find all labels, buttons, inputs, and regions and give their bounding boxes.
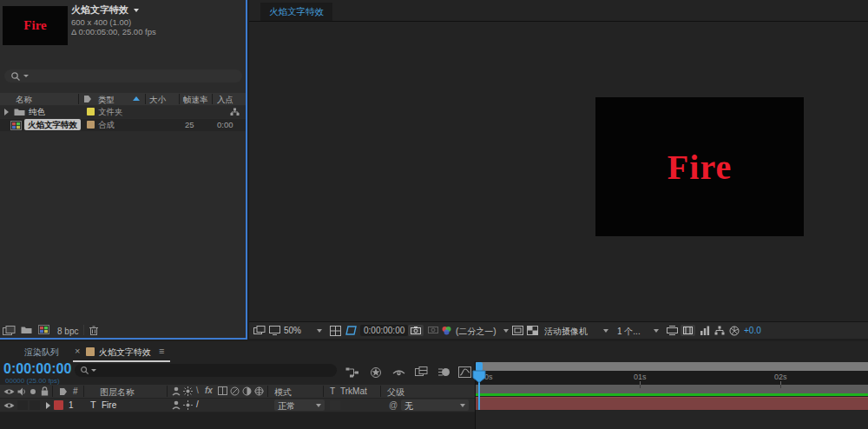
resolution-select[interactable]: (二分之一) — [456, 326, 496, 338]
tab-close-icon[interactable]: × — [75, 346, 80, 356]
transparency-grid-icon[interactable] — [527, 326, 538, 335]
new-folder-icon[interactable] — [21, 326, 32, 334]
lock-icon[interactable] — [41, 386, 49, 396]
target-region-icon[interactable] — [512, 326, 523, 335]
tab-menu-icon[interactable]: ≡ — [159, 346, 164, 356]
collapse-transformations-icon[interactable] — [183, 386, 193, 396]
label-column-icon[interactable] — [59, 387, 68, 396]
time-ruler[interactable]: 0s 01s 02s — [476, 371, 868, 385]
timeline-ram-preview-icon[interactable] — [700, 326, 710, 335]
show-snapshot-icon[interactable] — [428, 326, 438, 334]
camera-caret-icon[interactable] — [603, 329, 608, 333]
grid-guides-icon[interactable] — [330, 326, 341, 336]
hide-shy-layers-icon[interactable] — [392, 366, 405, 379]
new-composition-icon[interactable] — [38, 325, 49, 334]
composition-name-selected[interactable]: 火焰文字特效 — [24, 119, 81, 130]
layer-label-swatch-red[interactable] — [54, 400, 63, 410]
solo-toggle-empty[interactable] — [30, 400, 40, 410]
sort-ascending-icon[interactable] — [133, 96, 140, 101]
expand-arrow-icon[interactable] — [4, 109, 9, 116]
camera-view-select[interactable]: 活动摄像机 — [544, 326, 588, 338]
audio-toggle-empty[interactable] — [17, 400, 28, 410]
timeline-search-input[interactable] — [75, 364, 337, 377]
label-column-icon[interactable] — [83, 95, 92, 103]
viewer-timecode[interactable]: 0:00:00:00 — [360, 325, 408, 336]
frame-blending-icon[interactable] — [415, 366, 428, 378]
exposure-aperture-icon[interactable] — [729, 326, 740, 336]
composition-canvas[interactable]: Fire — [595, 97, 804, 236]
col-mode[interactable]: 模式 — [274, 386, 292, 399]
search-options-icon[interactable] — [23, 75, 29, 77]
solo-icon[interactable] — [30, 389, 36, 394]
col-type[interactable]: 类型 — [98, 95, 115, 106]
adjustment-layer-switch-icon[interactable] — [242, 386, 252, 396]
region-of-interest-icon[interactable] — [345, 326, 358, 335]
resolution-caret-icon[interactable] — [503, 329, 509, 333]
layer-visibility-eye-icon[interactable] — [3, 402, 15, 409]
flowchart-icon[interactable] — [714, 326, 725, 335]
title-dropdown-icon[interactable] — [134, 9, 139, 12]
zoom-select[interactable]: 50% — [284, 326, 301, 335]
tab-composition-viewer[interactable]: 火焰文字特效 — [260, 3, 332, 21]
always-preview-icon[interactable] — [253, 326, 266, 335]
tab-composition[interactable]: 火焰文字特效 — [99, 346, 151, 359]
video-eye-icon[interactable] — [3, 388, 15, 395]
primary-viewer-icon[interactable] — [269, 326, 280, 335]
motion-blur-switch-icon[interactable] — [230, 386, 240, 396]
parent-pickwhip-icon[interactable]: @ — [389, 400, 398, 410]
snapshot-button-box[interactable] — [408, 325, 424, 336]
table-row-composition[interactable]: 火焰文字特效 合成 25 0:00 — [0, 119, 246, 131]
interpret-footage-icon[interactable] — [3, 326, 16, 335]
col-framerate[interactable]: 帧速率 — [183, 95, 208, 106]
effects-switch-icon[interactable]: fx — [205, 386, 213, 395]
layer-quality-icon[interactable]: / — [196, 399, 199, 409]
tab-render-queue[interactable]: 渲染队列 — [24, 346, 59, 359]
label-swatch-yellow[interactable] — [87, 108, 95, 116]
mini-flowchart-icon[interactable] — [345, 367, 359, 378]
zoom-caret-icon[interactable] — [317, 329, 322, 333]
views-caret-icon[interactable] — [654, 329, 659, 333]
audio-icon[interactable] — [17, 387, 26, 396]
quality-switch-icon[interactable]: \ — [196, 386, 199, 395]
playhead-handle[interactable] — [472, 370, 486, 383]
layer-duration-bar[interactable] — [476, 397, 868, 410]
channel-colors-icon[interactable] — [441, 326, 452, 336]
col-parent[interactable]: 父级 — [387, 386, 404, 399]
table-row-folder[interactable]: 纯色 文件夹 — [0, 106, 246, 118]
layer-name[interactable]: Fire — [102, 400, 116, 410]
layer-expand-arrow-icon[interactable] — [46, 402, 50, 409]
motion-blur-icon[interactable] — [438, 366, 450, 378]
col-name[interactable]: 名称 — [16, 95, 32, 106]
col-t[interactable]: T — [330, 386, 335, 396]
shy-switch-icon[interactable] — [172, 386, 181, 396]
layer-row[interactable]: 1 T Fire / 正常 @ 无 — [0, 399, 475, 412]
col-size[interactable]: 大小 — [149, 95, 166, 106]
search-options-icon[interactable] — [91, 369, 96, 372]
layer-shy-icon[interactable] — [172, 400, 181, 410]
label-swatch-tan[interactable] — [87, 121, 95, 129]
parent-select[interactable]: 无 — [401, 399, 469, 411]
share-view-icon[interactable] — [667, 326, 678, 335]
bit-depth-button[interactable]: 8 bpc — [57, 327, 78, 336]
draft-3d-icon[interactable] — [370, 366, 382, 379]
col-inpoint[interactable]: 入点 — [217, 95, 233, 106]
frame-blend-switch-icon[interactable] — [218, 386, 227, 395]
project-item-title[interactable]: 火焰文字特效 — [71, 3, 139, 16]
view-layout-select[interactable]: 1 个... — [617, 326, 641, 338]
col-layer-name[interactable]: 图层名称 — [100, 386, 135, 399]
col-trkmat[interactable]: TrkMat — [340, 386, 367, 396]
work-area-bar[interactable] — [476, 385, 868, 393]
layer-collapse-icon[interactable] — [183, 400, 193, 410]
col-number[interactable]: # — [73, 386, 78, 396]
three-d-switch-icon[interactable] — [254, 386, 264, 396]
timeline-horizontal-scrollbar[interactable] — [476, 362, 868, 371]
project-search-input[interactable] — [4, 69, 242, 82]
exposure-value[interactable]: +0.0 — [744, 326, 761, 335]
pixel-aspect-correction-box[interactable] — [681, 325, 695, 336]
current-timecode[interactable]: 0:00:00:00 — [3, 361, 71, 377]
graph-editor-icon[interactable] — [458, 366, 471, 378]
trash-icon[interactable] — [89, 326, 98, 335]
blend-mode-select[interactable]: 正常 — [274, 399, 325, 411]
trkmat-empty-box[interactable] — [330, 400, 340, 410]
folder-name[interactable]: 纯色 — [29, 107, 45, 118]
